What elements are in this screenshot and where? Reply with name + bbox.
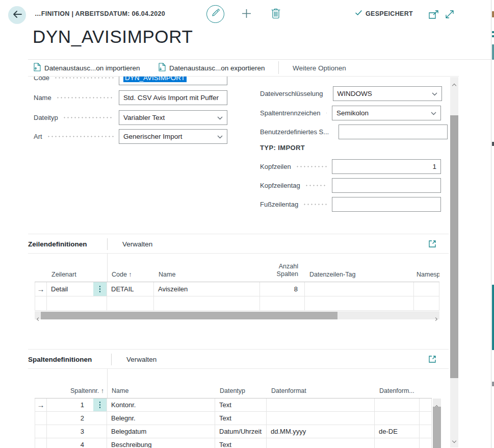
cell-datentyp[interactable]: Text [215,438,267,448]
kopfzeilen-input[interactable]: 1 [332,159,441,174]
cell-datenformat[interactable] [267,438,375,448]
code-input[interactable]: DYN_AVISIMPORT [119,77,227,85]
cell-namespace[interactable] [414,282,439,296]
name-label: Name [34,94,51,102]
table-scrollbar-thumb[interactable] [433,407,441,448]
cell-datenformatierung[interactable] [375,438,420,448]
cell-datenformat[interactable]: dd.MM.yyyy [267,425,375,438]
spaltendefinitionen-manage-button[interactable]: Verwalten [126,356,157,363]
page-vertical-scrollbar[interactable] [450,77,458,447]
kopfzeilen-field-row: Kopfzeilen 1 [260,159,441,174]
spaltendefinitionen-focus-mode-button[interactable] [429,356,436,365]
scroll-down-icon[interactable] [453,435,456,444]
column-header-datenformat[interactable]: Datenformat [267,387,375,398]
art-select[interactable]: Generischer Import [119,129,227,144]
cell-datenformatierung[interactable] [375,399,420,411]
dateiverschluesselung-field-row: Dateiverschlüsselung WINDOWS [260,86,441,101]
chevron-down-icon [217,114,223,121]
spaltendefinitionen-row-3[interactable]: 3 Belegdatum Datum/Uhrzeit dd.MM.yyyy de… [35,425,432,438]
horizontal-scrollbar-thumb[interactable] [41,312,337,319]
zeilendefinitionen-focus-mode-button[interactable] [429,240,436,250]
cell-datenzeilen-tag[interactable] [305,296,414,310]
column-header-code-sorted[interactable]: Code ↑ [107,271,154,282]
spaltennr-value: 4 [81,441,84,448]
more-options-button[interactable]: Weitere Optionen [293,64,346,72]
export-definition-action[interactable]: Datenaustausc...on exportieren [159,63,265,73]
page-scrollbar-thumb[interactable] [450,115,458,378]
benutzerdefiniertes-trennzeichen-label: Benutzerdefiniertes S... [260,128,329,136]
column-header-spaltennr-sorted[interactable]: Spaltennr. ↑ [47,387,107,398]
column-header-namespace[interactable]: Namespa [414,271,439,282]
zeilendefinitionen-manage-button[interactable]: Verwalten [122,240,152,248]
cell-datenformatierung[interactable] [375,412,420,425]
cell-zeilenart[interactable]: Detail [47,282,107,296]
page-title: DYN_AVISIMPORT [33,27,193,47]
fusszeilentag-input[interactable] [332,197,441,212]
cell-datenzeilen-tag[interactable] [305,282,414,296]
spaltendefinitionen-row-2[interactable]: 2 Belegnr. Text [35,412,432,425]
cell-spaltennr[interactable]: 1 [47,399,107,411]
scroll-left-icon[interactable] [37,313,40,322]
name-input[interactable]: Std. CSV Avis Import mit Puffer [119,90,227,105]
cell-datenformat[interactable] [267,412,375,425]
cell-extra[interactable] [420,425,432,438]
cell-spaltennr[interactable]: 4 [47,438,107,448]
scroll-right-icon[interactable] [434,313,437,322]
cell-name[interactable]: Belegnr. [107,412,215,425]
spaltendefinitionen-row-1[interactable]: → 1 Kontonr. Text [35,399,432,412]
column-header-datentyp[interactable]: Datentyp [215,387,267,398]
cell-datenformatierung[interactable]: de-DE [375,425,420,438]
benutzerdefiniertes-trennzeichen-field-row: Benutzerdefiniertes S... [260,125,441,139]
column-header-datenzeilen-tag[interactable]: Datenzeilen-Tag [305,271,414,282]
cell-name[interactable]: Aviszeilen [154,282,260,296]
cell-extra[interactable] [420,438,432,448]
cell-extra[interactable] [420,412,432,425]
column-header-anzahl-spalten[interactable]: Anzahl Spalten [260,263,305,282]
kopfzeilen-label: Kopfzeilen [260,163,291,170]
column-header-datenformatierung[interactable]: Datenform... [375,387,420,398]
cell-datenformat[interactable] [267,399,375,411]
cell-zeilenart[interactable] [47,296,107,310]
cell-name[interactable]: Belegdatum [107,425,215,438]
export-definition-label: Datenaustausc...on exportieren [169,64,265,72]
dateityp-select[interactable]: Variabler Text [119,110,227,125]
cell-code[interactable]: DETAIL [107,282,154,296]
cell-name[interactable]: Kontonr. [107,399,215,411]
art-field-row: Art Generischer Import [34,129,227,144]
cell-extra[interactable] [420,399,432,411]
cell-datentyp[interactable]: Text [215,412,267,425]
zeilendefinitionen-horizontal-scrollbar[interactable] [35,311,439,319]
open-in-window-button[interactable] [429,10,439,21]
cell-spaltennr[interactable]: 3 [47,425,107,438]
zeilendefinitionen-row-1[interactable]: → Detail DETAIL Aviszeilen 8 [35,282,439,296]
expand-page-button[interactable] [445,9,455,21]
kopfzeilentag-input[interactable] [332,178,441,193]
delete-button[interactable] [271,8,281,20]
cell-namespace[interactable] [414,296,439,310]
cell-spaltennr[interactable]: 2 [47,412,107,425]
cell-datentyp[interactable]: Text [215,399,267,411]
cell-context-menu-button[interactable] [93,399,107,411]
import-definition-action[interactable]: Datenaustausc...on importieren [34,63,140,73]
cell-code[interactable] [107,296,154,310]
dotted-leader [63,117,114,118]
cell-context-menu-button[interactable] [93,282,107,296]
spaltendefinitionen-vertical-scrollbar[interactable] [433,399,441,448]
scroll-up-icon[interactable] [453,80,456,89]
new-button[interactable] [240,8,252,20]
cell-datentyp[interactable]: Datum/Uhrzeit [215,425,267,438]
cell-name[interactable] [154,296,260,310]
zeilendefinitionen-empty-row[interactable] [35,296,439,311]
edit-button[interactable] [206,5,224,23]
cell-name[interactable]: Beschreibung [107,438,215,448]
column-header-name[interactable]: Name [107,387,215,398]
spaltentrennzeichen-select[interactable]: Semikolon [332,106,441,120]
cell-anzahl-spalten[interactable]: 8 [260,282,305,296]
column-header-zeilenart[interactable]: Zeilenart [47,271,107,282]
spaltendefinitionen-row-4[interactable]: 4 Beschreibung Text [35,438,432,448]
column-header-name[interactable]: Name [154,271,260,282]
back-button[interactable] [8,6,26,24]
benutzerdefiniertes-trennzeichen-input[interactable] [339,125,448,139]
cell-anzahl-spalten[interactable] [260,296,305,310]
dateiverschluesselung-select[interactable]: WINDOWS [333,86,442,101]
